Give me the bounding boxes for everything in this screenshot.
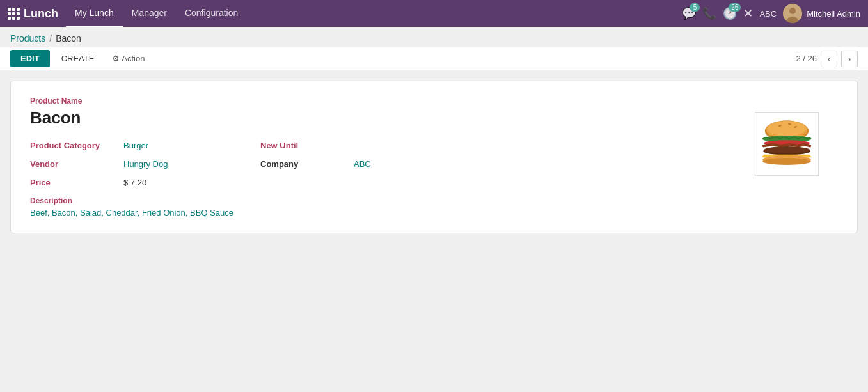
app-logo[interactable]: Lunch: [8, 7, 58, 20]
top-navigation: Lunch My Lunch Manager Configuration 💬 5…: [0, 0, 868, 27]
app-name: Lunch: [24, 7, 58, 20]
vendor-value[interactable]: Hungry Dog: [123, 159, 168, 169]
menu-item-mylunch[interactable]: My Lunch: [66, 0, 123, 27]
company-label: Company: [260, 159, 343, 169]
chat-icon-btn[interactable]: 💬 5: [682, 6, 696, 20]
price-value: $ 7.20: [123, 178, 146, 187]
close-icon-btn[interactable]: ✕: [743, 6, 753, 20]
phone-icon-btn[interactable]: 📞: [702, 6, 716, 20]
svg-point-12: [764, 146, 810, 153]
form-inner: Product Name Bacon: [30, 97, 838, 217]
description-section: Description Beef, Bacon, Salad, Cheddar,…: [30, 196, 838, 217]
vendor-field: Vendor Hungry Dog: [30, 159, 222, 169]
product-image[interactable]: [755, 112, 819, 176]
new-until-label: New Until: [260, 141, 343, 150]
text-badge[interactable]: ABC: [759, 9, 777, 19]
svg-point-1: [789, 8, 796, 14]
action-menu-button[interactable]: ⚙ Action: [106, 50, 151, 67]
form-row-1: Product Category Burger New Until: [30, 141, 838, 150]
vendor-label: Vendor: [30, 159, 113, 169]
svg-point-15: [762, 158, 811, 165]
create-button[interactable]: CREATE: [52, 50, 104, 67]
edit-button[interactable]: EDIT: [10, 50, 50, 67]
topbar-icons: 💬 5 📞 🕐 26 ✕ ABC Mitchell Admin: [682, 4, 860, 23]
apps-icon[interactable]: [8, 8, 20, 20]
pagination-next[interactable]: ›: [841, 51, 858, 67]
burger-svg: [758, 117, 816, 171]
company-field: Company ABC: [260, 159, 452, 169]
pagination-prev[interactable]: ‹: [821, 51, 837, 67]
breadcrumb-separator: /: [49, 33, 52, 43]
new-until-field: New Until: [260, 141, 452, 150]
breadcrumb: Products / Bacon: [0, 27, 868, 47]
form-row-3: Price $ 7.20: [30, 178, 838, 187]
pagination-info: 2 / 26 ‹ ›: [796, 51, 858, 67]
description-value: Beef, Bacon, Salad, Cheddar, Fried Onion…: [30, 208, 838, 217]
price-field: Price $ 7.20: [30, 178, 222, 187]
product-category-label: Product Category: [30, 141, 113, 150]
user-name: Mitchell Admin: [807, 9, 860, 19]
product-category-value[interactable]: Burger: [123, 141, 148, 150]
product-form-card: Product Name Bacon: [10, 81, 858, 233]
user-avatar: [783, 4, 802, 23]
menu-item-manager[interactable]: Manager: [123, 0, 176, 27]
product-name-label: Product Name: [30, 97, 838, 106]
clock-badge: 26: [729, 3, 741, 12]
price-label: Price: [30, 178, 113, 187]
chat-badge: 5: [690, 3, 700, 12]
user-menu[interactable]: Mitchell Admin: [783, 4, 860, 23]
breadcrumb-parent[interactable]: Products: [10, 33, 45, 43]
pagination-text: 2 / 26: [796, 54, 817, 63]
product-name-value: Bacon: [30, 108, 838, 128]
company-value[interactable]: ABC: [354, 159, 371, 169]
form-row-2: Vendor Hungry Dog Company ABC: [30, 159, 838, 169]
breadcrumb-current: Bacon: [56, 33, 81, 43]
clock-icon-btn[interactable]: 🕐 26: [723, 6, 737, 20]
product-category-field: Product Category Burger: [30, 141, 222, 150]
action-toolbar: EDIT CREATE ⚙ Action 2 / 26 ‹ ›: [0, 47, 868, 70]
main-menu: My Lunch Manager Configuration: [66, 0, 247, 27]
description-label: Description: [30, 196, 838, 205]
menu-item-configuration[interactable]: Configuration: [176, 0, 247, 27]
main-content: Product Name Bacon: [0, 70, 868, 244]
svg-point-5: [767, 121, 806, 136]
